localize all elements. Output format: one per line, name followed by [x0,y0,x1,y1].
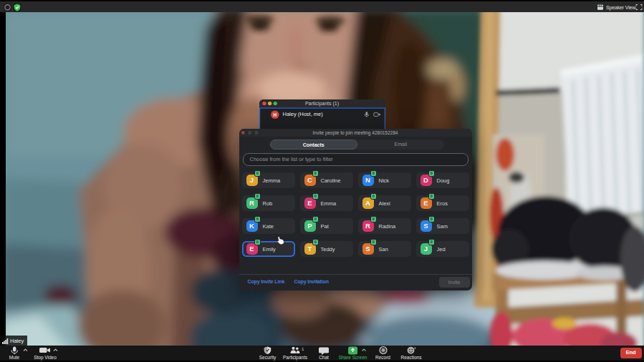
svg-text:+: + [414,346,417,350]
svg-text:H: H [273,112,277,117]
svg-text:1: 1 [302,347,304,351]
